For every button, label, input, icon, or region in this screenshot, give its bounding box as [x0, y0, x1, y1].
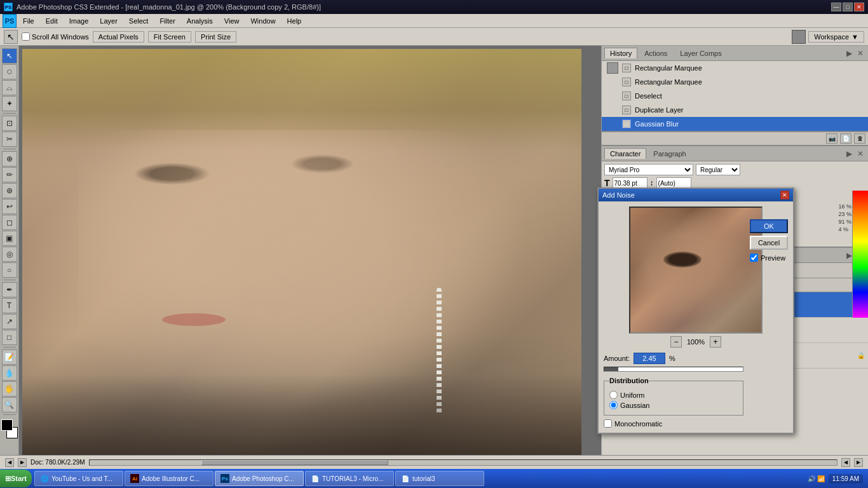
cancel-button[interactable]: Cancel [750, 236, 788, 250]
eyedropper-tool[interactable]: 💧 [2, 365, 17, 381]
notes-tool[interactable]: 📝 [2, 349, 17, 365]
menu-help[interactable]: Help [282, 16, 307, 26]
tab-layer-comps[interactable]: Layer Comps [674, 48, 727, 58]
workspace-button[interactable]: Workspace ▼ [808, 31, 864, 43]
move-tool[interactable]: ↖ [2, 48, 17, 64]
menu-image[interactable]: Image [64, 16, 94, 26]
menu-file[interactable]: File [18, 16, 39, 26]
status-scroll-left[interactable]: ◀ [841, 458, 850, 467]
clone-tool[interactable]: ⊛ [2, 183, 17, 198]
close-button[interactable]: ✕ [854, 3, 864, 11]
monochromatic-checkbox[interactable] [604, 419, 612, 428]
history-action-icon: □ [622, 64, 631, 72]
menu-layer[interactable]: Layer [95, 16, 123, 26]
photoshop-icon: Ps [220, 474, 229, 483]
history-item[interactable]: □ Rectangular Marquee [602, 75, 868, 89]
uniform-radio-row: Uniform [609, 391, 738, 399]
type-tool[interactable]: T [2, 298, 17, 313]
gaussian-radio[interactable] [609, 401, 618, 409]
eraser-tool[interactable]: ◻ [2, 215, 17, 230]
hand-tool[interactable]: 🖐 [2, 381, 17, 396]
character-panel-tabs: Character Paragraph ▶ ✕ [602, 146, 868, 161]
tab-character[interactable]: Character [604, 148, 646, 159]
menu-view[interactable]: View [219, 16, 245, 26]
slice-tool[interactable]: ✂ [2, 132, 17, 147]
tab-actions[interactable]: Actions [639, 48, 673, 58]
status-prev-btn[interactable]: ◀ [5, 458, 14, 467]
menu-analysis[interactable]: Analysis [182, 16, 218, 26]
history-item[interactable]: □ Rectangular Marquee [602, 61, 868, 75]
preview-checkbox[interactable] [750, 254, 758, 262]
taskbar-item-illustrator[interactable]: Ai Adobe Illustrator C... [125, 471, 214, 486]
color-gradient-strip[interactable] [852, 191, 868, 318]
font-family-select[interactable]: Myriad Pro [604, 164, 693, 175]
zoom-out-button[interactable]: − [670, 336, 682, 348]
history-item-label: Gaussian Blur [635, 120, 679, 128]
brush-tool[interactable]: ✏ [2, 167, 17, 182]
gaussian-label: Gaussian [620, 402, 649, 409]
dodge-tool[interactable]: ○ [2, 262, 17, 278]
start-button[interactable]: ⊞ Start [0, 470, 32, 487]
history-new-snap-btn[interactable]: 📷 [826, 133, 837, 144]
status-next-btn[interactable]: ▶ [18, 458, 27, 467]
char-panel-menu-btn[interactable]: ▶ [844, 149, 854, 158]
menu-filter[interactable]: Filter [154, 16, 180, 26]
history-create-doc-btn[interactable]: 📄 [840, 133, 851, 144]
uniform-radio[interactable] [609, 391, 618, 399]
fit-screen-button[interactable]: Fit Screen [148, 31, 191, 43]
maximize-button[interactable]: □ [843, 3, 853, 11]
path-select-tool[interactable]: ↗ [2, 314, 17, 329]
taskbar-item-photoshop[interactable]: Ps Adobe Photoshop C... [215, 471, 304, 486]
history-panel-close-btn[interactable]: ✕ [855, 49, 865, 58]
canvas-area [19, 46, 601, 469]
foreground-color-swatch[interactable] [1, 419, 13, 431]
status-scroll-right[interactable]: ▶ [854, 458, 863, 467]
amount-input[interactable] [634, 353, 665, 364]
lasso-tool[interactable]: ⌓ [2, 80, 17, 95]
canvas-image [22, 49, 581, 456]
taskbar-right: 🔊 📶 11:59 AM [803, 474, 868, 484]
history-brush-tool[interactable]: ↩ [2, 199, 17, 214]
magic-wand-tool[interactable]: ✦ [2, 96, 17, 111]
zoom-tool[interactable]: 🔍 [2, 397, 17, 412]
tab-history[interactable]: History [604, 48, 637, 58]
actual-pixels-button[interactable]: Actual Pixels [93, 31, 144, 43]
marquee-tool[interactable]: ⬡ [2, 64, 17, 79]
history-items-container: □ Rectangular Marquee □ Rectangular Marq… [602, 61, 868, 132]
history-panel-controls: ▶ ✕ [844, 49, 865, 58]
workspace-area: Workspace ▼ [792, 30, 864, 44]
menu-bar: PS File Edit Image Layer Select Filter A… [0, 14, 868, 28]
healing-tool[interactable]: ⊕ [2, 151, 17, 166]
shape-tool[interactable]: □ [2, 330, 17, 345]
font-style-select[interactable]: Regular [696, 164, 740, 175]
pct-23: 23 % [838, 211, 851, 217]
history-item[interactable]: □ Deselect [602, 89, 868, 103]
taskbar-item-tutorial3[interactable]: 📄 tutorial3 [395, 471, 484, 486]
history-panel-menu-btn[interactable]: ▶ [844, 49, 854, 58]
horizontal-scroll-bar[interactable] [89, 459, 837, 466]
char-panel-close-btn[interactable]: ✕ [855, 149, 865, 158]
ok-button[interactable]: OK [750, 219, 788, 233]
history-delete-btn[interactable]: 🗑 [854, 133, 865, 144]
history-item-selected[interactable]: □ Gaussian Blur [602, 117, 868, 131]
taskbar-item-youtube[interactable]: 🌐 YouTube - Us and T... [34, 471, 123, 486]
menu-edit[interactable]: Edit [41, 16, 63, 26]
history-item[interactable]: □ Duplicate Layer [602, 103, 868, 117]
pen-tool[interactable]: ✒ [2, 282, 17, 297]
amount-slider-track[interactable] [604, 367, 743, 372]
zoom-in-button[interactable]: + [710, 336, 721, 348]
blur-tool[interactable]: ◎ [2, 247, 17, 262]
crop-tool[interactable]: ⊡ [2, 116, 17, 131]
tab-paragraph[interactable]: Paragraph [648, 148, 691, 159]
menu-select[interactable]: Select [124, 16, 154, 26]
menu-window[interactable]: Window [245, 16, 280, 26]
dialog-buttons: OK Cancel Preview [750, 219, 788, 262]
gradient-tool[interactable]: ▣ [2, 231, 17, 246]
status-doc-info: Doc: 780.0K/2.29M [31, 459, 85, 466]
dialog-close-button[interactable]: ✕ [780, 191, 789, 200]
scroll-thumb-h2[interactable] [201, 460, 388, 465]
minimize-button[interactable]: — [831, 3, 841, 11]
scroll-all-checkbox[interactable] [22, 32, 30, 41]
taskbar-item-tutorial[interactable]: 📄 TUTORIAL3 - Micro... [305, 471, 394, 486]
print-size-button[interactable]: Print Size [195, 31, 236, 43]
